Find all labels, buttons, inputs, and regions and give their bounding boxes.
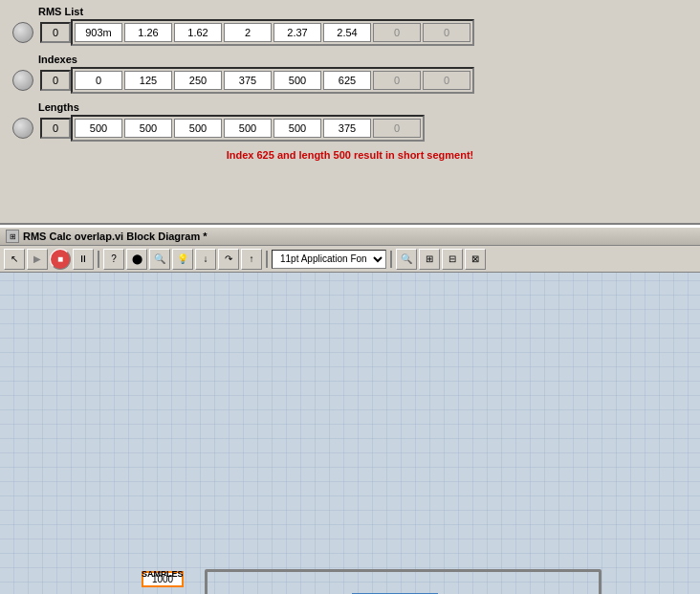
indexes-array: 0 125 250 375 500 625 0 0 [71,67,474,94]
step-out-btn[interactable]: ↑ [241,249,262,270]
lengths-array: 500 500 500 500 500 375 0 [71,115,425,142]
stop-btn[interactable]: ■ [50,249,71,270]
rms-list-row: 0 903m 1.26 1.62 2 2.37 2.54 0 0 [10,19,690,46]
distribute-btn[interactable]: ⊟ [442,249,463,270]
len-cell-3[interactable]: 500 [224,119,272,138]
indexes-row: 0 0 125 250 375 500 625 0 0 [10,67,690,94]
indexes-knob[interactable] [10,67,36,94]
context-help-btn[interactable]: ? [103,249,124,270]
diagram-toolbar: ↖ ▶ ■ ⏸ ? ⬤ 🔍 💡 ↓ ↷ ↑ 11pt Application F… [0,246,700,273]
idx-cell-2[interactable]: 250 [174,71,222,90]
pause-btn[interactable]: ⏸ [73,249,94,270]
window-icon: ⊞ [6,230,19,243]
highlight-btn[interactable]: 💡 [172,249,193,270]
len-cell-0[interactable]: 500 [75,119,122,138]
rms-list-label: RMS List [38,6,690,17]
arrow-tool-btn[interactable]: ↖ [4,249,25,270]
idx-cell-3[interactable]: 375 [224,71,272,90]
run-btn[interactable]: ▶ [27,249,48,270]
window-title: RMS Calc overlap.vi Block Diagram * [23,231,208,242]
len-cell-1[interactable]: 500 [124,119,172,138]
indexes-knob-value: 0 [40,70,71,91]
rms-cell-3[interactable]: 2 [224,23,272,42]
separator-1 [98,251,99,268]
idx-cell-7: 0 [423,71,470,90]
top-panel: RMS List 0 903m 1.26 1.62 2 2.37 2.54 0 … [0,0,700,225]
len-cell-2[interactable]: 500 [174,119,222,138]
rms-knob[interactable] [10,19,36,46]
zoom-out-btn[interactable]: 🔍 [396,249,417,270]
step-into-btn[interactable]: ↓ [195,249,216,270]
rms-knob-value: 0 [40,22,71,43]
lengths-label: Lengths [38,101,690,113]
samples-section: SAMPLES 1000 [142,569,184,587]
warning-message: Index 625 and length 500 result in short… [10,149,690,161]
separator-3 [390,251,392,268]
len-cell-6: 0 [373,119,421,138]
reorder-btn[interactable]: ⊠ [465,249,486,270]
idx-cell-6: 0 [373,71,421,90]
step-over-btn[interactable]: ↷ [218,249,239,270]
rms-cell-6: 0 [373,23,421,42]
rms-cell-7: 0 [423,23,470,42]
block-diagram-window: ⊞ RMS Calc overlap.vi Block Diagram * ↖ … [0,225,700,594]
rms-cell-0[interactable]: 903m [75,23,122,42]
breakpoint-btn[interactable]: ⬤ [126,249,147,270]
idx-cell-5[interactable]: 625 [323,71,371,90]
idx-cell-0[interactable]: 0 [75,71,122,90]
rms-list-array: 903m 1.26 1.62 2 2.37 2.54 0 0 [71,19,474,46]
idx-cell-4[interactable]: 500 [273,71,321,90]
len-cell-4[interactable]: 500 [273,119,321,138]
outer-frame [205,569,602,594]
samples-label: SAMPLES [142,569,184,579]
window-titlebar: ⊞ RMS Calc overlap.vi Block Diagram * [0,227,700,246]
lengths-knob-value: 0 [40,118,71,139]
separator-2 [266,251,268,268]
rms-cell-4[interactable]: 2.37 [273,23,321,42]
len-cell-5[interactable]: 375 [323,119,371,138]
indexes-label: Indexes [38,54,690,65]
lengths-knob[interactable] [10,115,36,142]
wires-overlay [0,273,700,594]
probe-btn[interactable]: 🔍 [149,249,170,270]
font-selector[interactable]: 11pt Application Font [272,250,386,269]
align-btn[interactable]: ⊞ [419,249,440,270]
lengths-row: 0 500 500 500 500 500 375 0 [10,115,690,142]
rms-cell-5[interactable]: 2.54 [323,23,371,42]
block-diagram-canvas: SAMPLES 1000 Magnitude (V) 10 (Hz) 50 fr… [0,273,700,594]
idx-cell-1[interactable]: 125 [124,71,172,90]
rms-cell-2[interactable]: 1.62 [174,23,222,42]
rms-cell-1[interactable]: 1.26 [124,23,172,42]
